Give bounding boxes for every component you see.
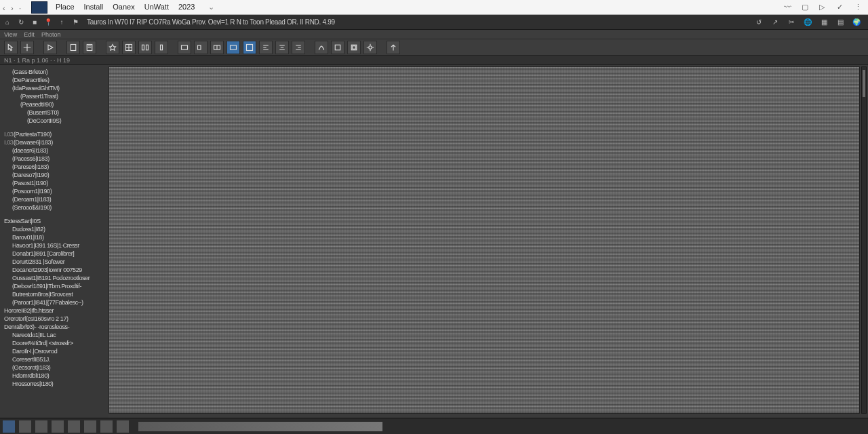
outline-item[interactable]: Barov01|I18) [0,233,108,241]
menu-item[interactable]: Install [84,3,104,12]
layout-b-icon[interactable] [243,41,256,54]
outline-item[interactable]: (Pasost1|I190) [0,179,108,187]
outline-item[interactable]: Dudoss1|I82) [0,225,108,233]
taskbar-app-icon[interactable] [52,420,64,433]
outline-item[interactable]: (daeasr6|I183) [0,146,108,155]
panel-b-icon[interactable] [194,41,208,54]
outline-item[interactable]: DorurtI2831 |Sofewer [0,258,108,266]
outline-item[interactable]: Butrestorn8ros|ISrovcest [0,290,108,298]
wave-icon[interactable]: 〰 [784,3,793,12]
outline-item[interactable]: I.03(Dawase6|I183) [0,138,108,146]
play-tool-icon[interactable] [43,41,57,54]
outline-item[interactable]: ExtessSart|I0S [0,217,108,225]
taskbar-app-icon[interactable] [84,420,96,433]
fx-icon[interactable] [315,41,328,54]
home-icon[interactable]: ⌂ [3,18,12,27]
outline-item[interactable]: CoresertlIB51J. [0,355,108,363]
outline-item[interactable]: Docancrt2903|Iownr 007529 [0,266,108,274]
pin-icon[interactable]: 📍 [43,18,53,27]
grid-tool-icon[interactable] [122,41,136,54]
taskbar-app-icon[interactable] [19,420,31,433]
outline-item[interactable]: Donabr1|I891 [Carolibrer] [0,250,108,258]
outline-item[interactable]: (Dareso7|I190) [0,171,108,179]
box-icon[interactable] [331,41,344,54]
outline-item[interactable]: Havoor1|I391 16S|1·Cressr [0,241,108,250]
outline-item[interactable]: Nareotdo1|IIL Lac [0,331,108,339]
outline-item[interactable]: (Gecsorot|I183) [0,363,108,372]
forward-icon[interactable]: › [11,4,18,11]
outline-item[interactable]: (Deroam1|I183) [0,195,108,203]
move-tool-icon[interactable] [20,41,34,54]
outline-item[interactable]: DaroIlr·I.|Osrovrod [0,347,108,355]
refresh-icon[interactable]: ↻ [16,18,26,27]
outline-item[interactable]: (Parese6|I183) [0,163,108,171]
outline-item[interactable]: (Posoom1|I190) [0,187,108,195]
panel-a-icon[interactable] [178,41,191,54]
menu-item[interactable]: 2023 [178,3,195,12]
doc-icon[interactable] [66,41,80,54]
outline-item[interactable]: (Serooo$&I190) [0,203,108,212]
outline-item[interactable]: (Passert1Trast) [0,92,108,100]
render-canvas[interactable] [108,66,860,414]
taskbar-app-icon[interactable] [35,420,47,433]
check-icon[interactable]: ✓ [837,3,846,12]
panel-c-icon[interactable] [210,41,224,54]
outline-item[interactable]: (Gass·Brleton) [0,68,108,76]
outline-item[interactable]: Dooret%IIi3rd| <strossfr> [0,339,108,347]
taskbar-app-icon[interactable] [68,420,80,433]
cols-icon[interactable] [138,41,152,54]
cursor-tool-icon[interactable] [4,41,18,54]
vertical-scrollbar[interactable] [861,66,867,414]
menu-item[interactable]: UnWatt [144,3,169,12]
outline-item[interactable]: (IdaPassedGhtTM) [0,84,108,92]
outline-item[interactable]: (PeasedtII90) [0,100,108,108]
taskbar-app-icon[interactable] [117,420,129,433]
cut-icon[interactable]: ✂ [787,18,796,27]
more-icon[interactable]: ⋮ [854,3,864,12]
back-icon[interactable]: ‹ [3,4,9,11]
outline-item[interactable]: HororeIi82|Ifb.htsser [0,307,108,315]
outline-item[interactable]: I.03(PaztestaT190) [0,130,108,138]
outline-item[interactable]: Oussast1|I8191 Podozrootloser [0,274,108,282]
ribbon-tab[interactable]: Photon [41,31,61,38]
ribbon-tab[interactable]: View [4,31,17,38]
arrow-up-icon[interactable] [387,41,400,54]
outline-item[interactable]: (Debovrl1891|ITbm.Proxdtif- [0,282,108,290]
outline-item[interactable]: Hrossorres|I180) [0,380,108,388]
align-l-icon[interactable] [259,41,273,54]
outline-item[interactable]: (Paroor1|I841|{77Fabalesc--) [0,298,108,307]
taskbar-app-icon[interactable] [100,420,113,433]
up-arrow-icon[interactable]: ↑ [57,18,66,27]
doc2-icon[interactable] [83,41,96,54]
share-icon[interactable]: ↗ [770,18,780,27]
outline-item[interactable]: (BuserrIST0) [0,108,108,117]
grid-icon[interactable]: ▦ [819,18,829,27]
outline-item[interactable]: (Pacess6|I183) [0,155,108,163]
stop-icon[interactable]: ■ [30,18,39,27]
outline-item[interactable]: (DeCoortII9S) [0,117,108,125]
up-icon[interactable]: · [19,4,26,11]
taskbar-track[interactable] [138,422,382,431]
outline-item[interactable]: (DeParacrtIles) [0,76,108,84]
sync-icon[interactable]: ↺ [754,18,764,27]
earth-icon[interactable]: 🌍 [852,18,861,27]
ribbon-tab[interactable]: Edit [24,31,35,38]
menu-item[interactable]: Place [56,3,75,12]
chevron-down-icon[interactable]: ⌄ [208,3,214,12]
globe-icon[interactable]: 🌐 [803,18,812,27]
star-icon[interactable] [106,41,119,54]
window-icon[interactable]: ▢ [802,3,811,12]
col-icon[interactable] [155,41,168,54]
align-c-icon[interactable] [275,41,289,54]
align-r-icon[interactable] [292,41,305,54]
menu-item[interactable]: Oanex [113,3,134,12]
taskbar-app-icon[interactable] [3,420,15,433]
play-icon[interactable]: ▷ [819,3,829,12]
outline-item[interactable]: Orerotorl(csI160svro 2 17) [0,315,108,323]
tag-icon[interactable]: ⚑ [71,18,80,27]
layout-a-icon[interactable] [226,41,240,54]
scrollbar-thumb[interactable] [863,70,865,97]
outline-item[interactable]: HdomrdblI180) [0,372,108,380]
layers-icon[interactable]: ▤ [835,18,845,27]
box2-icon[interactable] [347,41,361,54]
